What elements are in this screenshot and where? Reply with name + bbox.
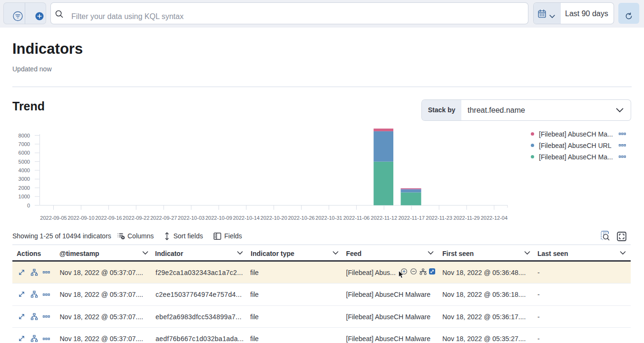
svg-text:2022-11-06: 2022-11-06 — [343, 215, 370, 220]
svg-text:2022-10-31: 2022-10-31 — [315, 215, 342, 220]
svg-text:2022-09-05: 2022-09-05 — [40, 215, 67, 220]
svg-text:2022-11-12: 2022-11-12 — [371, 215, 397, 220]
svg-text:6000: 6000 — [19, 150, 30, 156]
svg-text:2022-12-04: 2022-12-04 — [481, 215, 507, 220]
svg-text:2022-10-14: 2022-10-14 — [233, 215, 260, 220]
svg-text:0: 0 — [27, 203, 30, 208]
svg-text:2022-09-27: 2022-09-27 — [150, 215, 177, 220]
svg-text:5000: 5000 — [19, 159, 30, 165]
svg-text:2022-10-20: 2022-10-20 — [261, 215, 287, 220]
svg-text:2022-11-29: 2022-11-29 — [453, 215, 479, 220]
svg-text:2022-10-26: 2022-10-26 — [288, 215, 314, 220]
svg-text:7000: 7000 — [19, 141, 30, 147]
svg-text:2022-10-03: 2022-10-03 — [178, 215, 205, 220]
svg-text:3000: 3000 — [19, 176, 30, 182]
svg-text:4000: 4000 — [19, 167, 30, 173]
svg-text:8000: 8000 — [19, 133, 30, 138]
svg-text:1000: 1000 — [19, 194, 30, 199]
svg-text:2022-09-16: 2022-09-16 — [95, 215, 122, 220]
svg-text:2000: 2000 — [19, 185, 30, 191]
svg-text:2022-11-23: 2022-11-23 — [426, 215, 452, 220]
svg-text:2022-11-17: 2022-11-17 — [398, 215, 424, 220]
svg-text:2022-09-22: 2022-09-22 — [123, 215, 149, 220]
svg-text:2022-09-10: 2022-09-10 — [68, 215, 94, 220]
svg-text:2022-10-09: 2022-10-09 — [205, 215, 232, 220]
